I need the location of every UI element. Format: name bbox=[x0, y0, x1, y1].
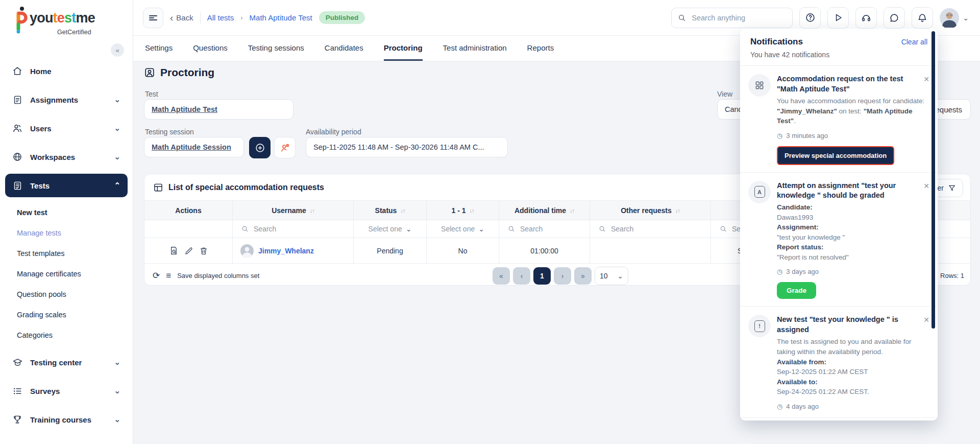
sidebar-item-label: Training courses bbox=[30, 415, 91, 424]
tests-icon bbox=[12, 181, 23, 191]
tab-reports[interactable]: Reports bbox=[527, 36, 554, 61]
other-requests-search-input[interactable] bbox=[610, 224, 701, 233]
proctoring-settings-button[interactable] bbox=[274, 137, 296, 158]
filter-additional-time bbox=[499, 220, 590, 238]
session-field[interactable]: Math Aptitude Session bbox=[144, 137, 244, 157]
preview-request-icon[interactable] bbox=[169, 246, 179, 255]
username-search-input[interactable] bbox=[253, 224, 344, 233]
sidebar-subitem-new-test[interactable]: New test bbox=[0, 202, 133, 223]
session-label: Testing session bbox=[145, 128, 194, 136]
close-icon[interactable] bbox=[923, 75, 929, 83]
notification-item: New test "test your knowledge " is assig… bbox=[740, 307, 938, 418]
sidebar-toggle-button[interactable] bbox=[143, 8, 163, 28]
notification-body: The test is assigned to you and availabl… bbox=[777, 337, 928, 357]
requests-button-label: equests bbox=[935, 105, 962, 114]
column-additional-time[interactable]: Additional time bbox=[499, 201, 590, 220]
sidebar-item-tests[interactable]: Tests bbox=[5, 174, 128, 197]
support-headset-button[interactable] bbox=[855, 7, 877, 29]
tab-test-administration[interactable]: Test administration bbox=[443, 36, 507, 61]
sidebar-item-label: Home bbox=[30, 67, 52, 76]
field-label: Available to: bbox=[777, 377, 928, 387]
columns-menu-icon[interactable] bbox=[166, 270, 171, 281]
chevron-down-icon bbox=[478, 225, 484, 233]
back-button[interactable]: Back bbox=[170, 12, 193, 24]
column-other-requests[interactable]: Other requests bbox=[590, 201, 711, 220]
close-icon[interactable] bbox=[923, 182, 929, 190]
close-icon[interactable] bbox=[923, 316, 929, 324]
chevron-down-icon bbox=[114, 358, 120, 367]
next-page-button[interactable] bbox=[554, 267, 571, 285]
edit-request-icon[interactable] bbox=[184, 246, 193, 255]
sidebar-subitem-manage-certificates[interactable]: Manage certificates bbox=[0, 264, 133, 284]
sidebar-subitem-question-pools[interactable]: Question pools bbox=[0, 284, 133, 305]
delete-request-icon[interactable] bbox=[199, 246, 208, 255]
clear-all-link[interactable]: Clear all bbox=[901, 38, 927, 46]
sidebar-item-users[interactable]: Users bbox=[5, 116, 128, 140]
user-menu[interactable] bbox=[940, 8, 969, 28]
page-size-select[interactable]: 10 bbox=[595, 267, 628, 285]
sidebar-item-home[interactable]: Home bbox=[5, 59, 128, 83]
trophy-icon bbox=[12, 414, 23, 425]
clock-icon bbox=[777, 403, 782, 410]
sidebar-item-assignments[interactable]: Assignments bbox=[5, 88, 128, 111]
first-page-button[interactable] bbox=[493, 267, 510, 285]
sidebar-subitem-categories[interactable]: Categories bbox=[0, 325, 133, 345]
play-button[interactable] bbox=[827, 7, 849, 29]
filter-one-on-one[interactable]: Select one bbox=[427, 220, 499, 238]
notification-time: 3 days ago bbox=[777, 268, 928, 275]
filter-actions-empty bbox=[144, 220, 233, 238]
page-title-label: Proctoring bbox=[160, 66, 214, 79]
tab-testing-sessions[interactable]: Testing sessions bbox=[248, 36, 304, 61]
field-label: Report status: bbox=[777, 242, 928, 252]
notification-item: Accommodation request on the test "Math … bbox=[740, 66, 938, 173]
row-other-requests bbox=[590, 238, 711, 263]
help-button[interactable] bbox=[799, 7, 821, 29]
availability-value: Sep-11-2025 11:48 AM - Sep-30-2026 11:48… bbox=[313, 143, 484, 151]
sidebar-item-reporting[interactable]: Reporting bbox=[5, 436, 128, 444]
sort-icon bbox=[570, 207, 574, 214]
save-columns-label[interactable]: Save displayed columns set bbox=[177, 272, 259, 279]
column-one-on-one[interactable]: 1 - 1 bbox=[427, 201, 499, 220]
sidebar-item-label: Surveys bbox=[30, 387, 60, 395]
sidebar-subitem-manage-tests[interactable]: Manage tests bbox=[0, 223, 133, 243]
breadcrumb-test-name[interactable]: Math Aptitude Test bbox=[250, 13, 312, 22]
availability-field[interactable]: Sep-11-2025 11:48 AM - Sep-30-2026 11:48… bbox=[306, 137, 508, 157]
test-link[interactable]: Math Aptitude Test bbox=[152, 105, 217, 113]
preview-special-accommodation-button[interactable]: Preview special accommodation bbox=[777, 146, 894, 165]
chat-button[interactable] bbox=[884, 7, 905, 29]
last-page-button[interactable] bbox=[574, 267, 592, 285]
search-input[interactable] bbox=[691, 13, 786, 22]
tab-proctoring[interactable]: Proctoring bbox=[384, 36, 423, 61]
column-username[interactable]: Username bbox=[233, 201, 354, 220]
filter-status[interactable]: Select one bbox=[354, 220, 427, 238]
sidebar-collapse-button[interactable] bbox=[111, 43, 124, 57]
test-field[interactable]: Math Aptitude Test bbox=[144, 99, 293, 120]
pagination: 1 10 bbox=[493, 267, 628, 285]
field-value: Sep-12-2025 01:22 AM CEST bbox=[777, 367, 928, 377]
panel-scrollbar[interactable] bbox=[932, 31, 935, 329]
sidebar: youtestme GetCertified Home Assignments bbox=[0, 0, 133, 444]
notifications-subtitle: You have 42 notifications bbox=[750, 51, 927, 59]
tab-candidates[interactable]: Candidates bbox=[325, 36, 363, 61]
tab-settings[interactable]: Settings bbox=[145, 36, 173, 61]
refresh-icon[interactable] bbox=[153, 270, 160, 281]
sidebar-subitem-grading-scales[interactable]: Grading scales bbox=[0, 305, 133, 325]
additional-time-search-input[interactable] bbox=[519, 224, 586, 233]
add-session-button[interactable] bbox=[249, 137, 271, 158]
previous-page-button[interactable] bbox=[513, 267, 530, 285]
sidebar-item-testing-center[interactable]: Testing center bbox=[5, 350, 128, 374]
current-page-button[interactable]: 1 bbox=[533, 267, 551, 285]
row-status: Pending bbox=[354, 238, 427, 263]
session-link[interactable]: Math Aptitude Session bbox=[152, 143, 231, 151]
breadcrumb-all-tests[interactable]: All tests bbox=[207, 13, 234, 22]
grade-button[interactable]: Grade bbox=[777, 282, 816, 299]
username-link[interactable]: Jimmy_Whelanz bbox=[258, 247, 314, 255]
sidebar-item-training-courses[interactable]: Training courses bbox=[5, 408, 128, 431]
sidebar-item-workspaces[interactable]: Workspaces bbox=[5, 145, 128, 169]
sidebar-item-label: Workspaces bbox=[30, 153, 75, 161]
sidebar-subitem-test-templates[interactable]: Test templates bbox=[0, 243, 133, 264]
notifications-bell-button[interactable] bbox=[912, 7, 933, 29]
tab-questions[interactable]: Questions bbox=[193, 36, 228, 61]
sidebar-item-surveys[interactable]: Surveys bbox=[5, 379, 128, 403]
column-status[interactable]: Status bbox=[354, 201, 427, 220]
